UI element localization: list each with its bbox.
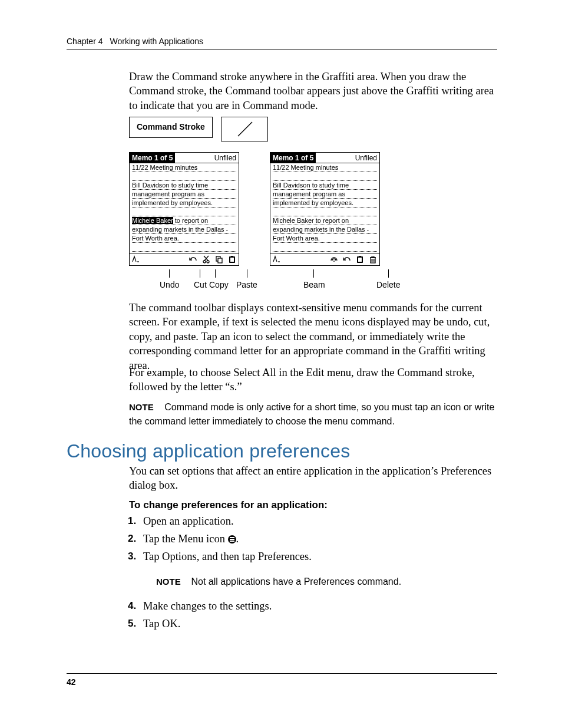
memo-line: management program as <box>132 190 236 199</box>
svg-line-4 <box>204 256 209 261</box>
svg-point-12 <box>333 261 335 262</box>
figure-captions: Undo Cut Copy Paste Beam Delete <box>129 269 388 293</box>
command-stroke-glyph <box>221 117 268 141</box>
svg-rect-15 <box>359 256 361 258</box>
paste-icon[interactable] <box>228 255 236 263</box>
svg-line-5 <box>204 256 208 261</box>
memo-screen-edit: Memo 1 of 5 Unfiled 11/22 Meeting minute… <box>129 152 239 266</box>
caption-undo: Undo <box>160 280 179 289</box>
delete-icon[interactable] <box>369 255 377 263</box>
memo-line: Michele Baker to report on <box>273 216 377 225</box>
paragraph-preferences-intro: You can set options that affect an entir… <box>129 464 497 493</box>
command-toolbar-record <box>270 253 379 265</box>
memo-line: expanding markets in the Dallas - <box>132 225 236 234</box>
step-text: Tap OK. <box>143 618 180 630</box>
note-label: NOTE <box>156 577 181 587</box>
beam-icon[interactable] <box>330 255 338 263</box>
svg-rect-7 <box>218 258 222 263</box>
caption-cut: Cut <box>194 280 207 289</box>
memo-line: Fort Worth area. <box>132 234 236 243</box>
memo-line: Bill Davidson to study time <box>132 181 236 190</box>
memo-line: implemented by employees. <box>273 199 377 207</box>
paragraph-command-stroke-intro: Draw the Command stroke anywhere in the … <box>129 70 497 113</box>
caption-beam: Beam <box>303 280 325 289</box>
memo-line: expanding markets in the Dallas - <box>273 225 377 234</box>
svg-rect-21 <box>372 256 374 258</box>
footer-rule <box>67 673 497 674</box>
memo-title: Memo 1 of 5 <box>270 153 316 163</box>
memo-category[interactable]: Unfiled <box>353 153 379 163</box>
memo-text-area[interactable]: 11/22 Meeting minutes Bill Davidson to s… <box>130 163 239 253</box>
step-3: 3.Tap Options, and then tap Preferences. <box>143 551 497 563</box>
memo-line: 11/22 Meeting minutes <box>132 163 236 172</box>
svg-point-3 <box>207 261 209 263</box>
note-body: Command mode is only active for a short … <box>129 402 494 426</box>
paste-icon[interactable] <box>356 255 364 263</box>
step-4: 4.Make changes to the settings. <box>143 600 497 612</box>
selected-text: Michele Baker <box>132 217 173 224</box>
memo-title: Memo 1 of 5 <box>130 153 175 163</box>
page-header: Chapter 4Working with Applications <box>67 37 203 46</box>
step-1: 1.Open an application. <box>143 515 497 528</box>
step-text: Tap Options, and then tap Preferences. <box>143 551 312 562</box>
page-number: 42 <box>67 677 76 687</box>
step-text: Make changes to the settings. <box>143 600 272 612</box>
svg-line-0 <box>238 122 252 136</box>
svg-rect-14 <box>358 258 362 262</box>
memo-line: 11/22 Meeting minutes <box>273 163 377 172</box>
note-body: Not all applications have a Preferences … <box>191 577 401 587</box>
header-title: Working with Applications <box>110 37 203 46</box>
paragraph-toolbar-explain: The command toolbar displays context-sen… <box>129 301 497 373</box>
header-chapter: Chapter 4 <box>67 37 103 46</box>
figure-command-toolbar: Command Stroke Memo 1 of 5 Unfiled 11/22… <box>129 117 388 293</box>
memo-line: implemented by employees. <box>132 199 236 207</box>
memo-category[interactable]: Unfiled <box>212 153 239 163</box>
cut-icon[interactable] <box>202 255 210 263</box>
svg-point-2 <box>203 261 206 263</box>
command-stroke-label: Command Stroke <box>129 117 213 138</box>
undo-icon[interactable] <box>343 255 351 263</box>
graffiti-prompt-icon <box>132 255 141 263</box>
memo-line: Fort Worth area. <box>273 234 377 243</box>
step-5: 5.Tap OK. <box>143 618 497 630</box>
copy-icon[interactable] <box>215 255 223 263</box>
caption-copy: Copy <box>209 280 229 289</box>
memo-screen-record: Memo 1 of 5 Unfiled 11/22 Meeting minute… <box>270 152 380 266</box>
paragraph-example: For example, to choose Select All in the… <box>129 365 497 394</box>
memo-line-blank <box>132 207 236 216</box>
step-2: 2.Tap the Menu icon . <box>143 533 497 545</box>
caption-paste: Paste <box>236 280 257 289</box>
memo-line-blank <box>273 172 377 181</box>
graffiti-prompt-icon <box>273 255 282 263</box>
procedure-title: To change preferences for an application… <box>129 499 497 512</box>
memo-line-blank <box>273 243 377 252</box>
command-toolbar-edit <box>130 253 239 265</box>
svg-rect-10 <box>231 256 233 258</box>
svg-rect-9 <box>230 258 234 262</box>
memo-line-blank <box>132 243 236 252</box>
memo-line-blank <box>132 172 236 181</box>
step-text: Open an application. <box>143 515 234 527</box>
caption-delete: Delete <box>376 280 400 289</box>
step-text: Tap the Menu icon . <box>143 533 239 545</box>
note-command-mode: NOTE Command mode is only active for a s… <box>129 400 497 429</box>
memo-line: Bill Davidson to study time <box>273 181 377 190</box>
note-preferences: NOTE Not all applications have a Prefere… <box>156 575 497 588</box>
menu-icon <box>228 535 236 543</box>
memo-line: Michele Baker to report on <box>132 216 236 225</box>
section-heading: Choosing application preferences <box>67 440 350 462</box>
memo-line-blank <box>273 207 377 216</box>
memo-line: management program as <box>273 190 377 199</box>
note-label: NOTE <box>129 402 154 412</box>
undo-icon[interactable] <box>189 255 197 263</box>
header-rule <box>67 50 497 50</box>
memo-text-area[interactable]: 11/22 Meeting minutes Bill Davidson to s… <box>270 163 379 253</box>
